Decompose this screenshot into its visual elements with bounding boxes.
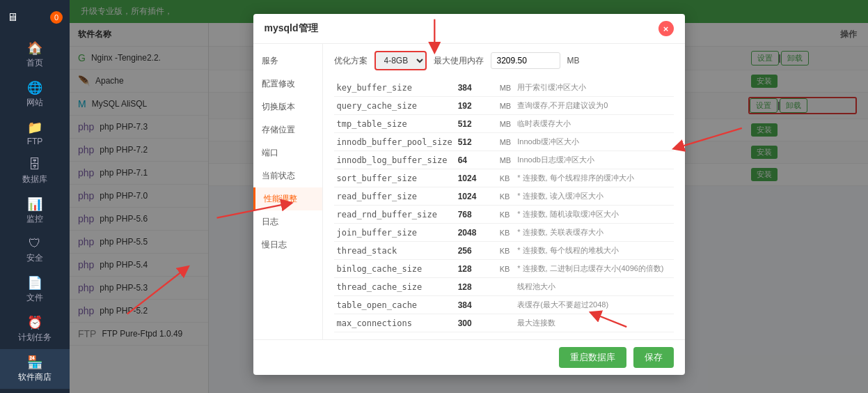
param-key: thread_stack <box>334 242 455 260</box>
sidebar-label-store: 软件商店 <box>18 371 52 383</box>
param-row: tmp_table_size 512 MB 临时表缓存大小 <box>334 115 674 133</box>
sidebar-item-files[interactable]: 📄 文件 <box>0 270 70 309</box>
sidebar-label-security: 安全 <box>26 252 43 264</box>
param-desc: * 连接数, 二进制日志缓存大小(4096的倍数) <box>514 260 673 278</box>
param-table: key_buffer_size 384 MB 用于索引缓冲区大小 query_c… <box>334 79 674 332</box>
save-button[interactable]: 保存 <box>633 347 674 368</box>
sidebar-item-ftp[interactable]: 📁 FTP <box>0 114 70 152</box>
param-value: 256 <box>455 242 497 260</box>
modal-close-button[interactable]: × <box>658 21 674 36</box>
logo-icon: 🖥 <box>7 11 18 24</box>
param-key: read_buffer_size <box>334 187 455 206</box>
param-unit <box>497 278 515 296</box>
max-mem-input[interactable] <box>491 52 560 69</box>
param-value: 768 <box>455 206 497 224</box>
param-desc: 最大连接数 <box>514 314 673 332</box>
param-key: join_buffer_size <box>334 224 455 242</box>
sidebar-item-schedule[interactable]: ⏰ 计划任务 <box>0 309 70 349</box>
sidebar-item-home[interactable]: 🏠 首页 <box>0 35 70 75</box>
svg-line-2 <box>678 128 742 148</box>
files-icon: 📄 <box>27 275 42 291</box>
nav-log[interactable]: 日志 <box>253 210 322 233</box>
optimize-select[interactable]: 4-8GB <box>374 51 427 70</box>
param-row: table_open_cache 384 表缓存(最大不要超过2048) <box>334 296 674 314</box>
param-row: innodb_buffer_pool_size 512 MB Innodb缓冲区… <box>334 133 674 151</box>
max-mem-label: 最大使用内存 <box>434 55 484 67</box>
modal-footer: 重启数据库 保存 <box>253 339 685 375</box>
monitor-icon: 📊 <box>27 196 42 212</box>
param-row: max_connections 300 最大连接数 <box>334 314 674 332</box>
param-unit: MB <box>497 151 515 169</box>
param-row: thread_cache_size 128 线程池大小 <box>334 278 674 296</box>
param-unit: KB <box>497 169 515 187</box>
param-value: 2048 <box>455 224 497 242</box>
param-row: key_buffer_size 384 MB 用于索引缓冲区大小 <box>334 79 674 97</box>
modal-overlay: mysqld管理 × 服务 配置修改 切换版本 存储位置 端口 当前状态 性能调… <box>70 0 868 393</box>
param-unit: KB <box>497 242 515 260</box>
param-key: max_connections <box>334 314 455 332</box>
modal-body: 服务 配置修改 切换版本 存储位置 端口 当前状态 性能调整 日志 慢日志 优化… <box>253 44 685 339</box>
nav-service[interactable]: 服务 <box>253 49 322 72</box>
main-content: 升级专业版，所有插件， 软件名称 G Nginx -Tengine2.2. 🪶 … <box>70 0 868 393</box>
param-desc: * 连接数, 每个线程排序的缓冲大小 <box>514 169 673 187</box>
param-value: 512 <box>455 133 497 151</box>
param-key: key_buffer_size <box>334 79 455 97</box>
param-value: 1024 <box>455 187 497 206</box>
modal-main-content: 优化方案 4-8GB 最大使用内存 MB key_buffer_size 384… <box>323 44 685 339</box>
param-value: 384 <box>455 79 497 97</box>
param-key: tmp_table_size <box>334 115 455 133</box>
optimize-label: 优化方案 <box>334 55 368 67</box>
param-desc: 线程池大小 <box>514 278 673 296</box>
param-value: 384 <box>455 296 497 314</box>
param-desc: * 连接数, 随机读取缓冲区大小 <box>514 206 673 224</box>
param-row: thread_stack 256 KB * 连接数, 每个线程的堆栈大小 <box>334 242 674 260</box>
sidebar-item-monitor[interactable]: 📊 监控 <box>0 191 70 231</box>
nav-port[interactable]: 端口 <box>253 141 322 164</box>
param-value: 64 <box>455 151 497 169</box>
param-row: read_buffer_size 1024 KB * 连接数, 读入缓冲区大小 <box>334 187 674 206</box>
param-key: binlog_cache_size <box>334 260 455 278</box>
param-desc: * 连接数, 每个线程的堆栈大小 <box>514 242 673 260</box>
nav-slowlog[interactable]: 慢日志 <box>253 233 322 256</box>
sidebar-item-website[interactable]: 🌐 网站 <box>0 75 70 114</box>
notification-badge: 0 <box>50 11 63 24</box>
param-unit: MB <box>497 79 515 97</box>
nav-storage[interactable]: 存储位置 <box>253 118 322 141</box>
sidebar-label-ftp: FTP <box>27 137 43 146</box>
param-row: innodb_log_buffer_size 64 MB Innodb日志缓冲区… <box>334 151 674 169</box>
param-value: 512 <box>455 115 497 133</box>
restart-db-button[interactable]: 重启数据库 <box>559 347 626 368</box>
sidebar-item-database[interactable]: 🗄 数据库 <box>0 152 70 191</box>
schedule-icon: ⏰ <box>27 315 42 330</box>
param-value: 128 <box>455 260 497 278</box>
param-key: query_cache_size <box>334 97 455 115</box>
param-key: sort_buffer_size <box>334 169 455 187</box>
store-icon: 🏪 <box>27 355 42 370</box>
sidebar: 🖥 0 🏠 首页 🌐 网站 📁 FTP 🗄 数据库 📊 监控 🛡 安全 📄 文件… <box>0 0 70 393</box>
sidebar-item-settings[interactable]: ⚙ 面板设置 <box>0 389 70 393</box>
nav-performance[interactable]: 性能调整 <box>253 187 322 210</box>
param-unit <box>497 296 515 314</box>
param-desc: 用于索引缓冲区大小 <box>514 79 673 97</box>
param-unit: MB <box>497 133 515 151</box>
param-desc: Innodb日志缓冲区大小 <box>514 151 673 169</box>
modal-title: mysqld管理 <box>265 22 318 35</box>
nav-status[interactable]: 当前状态 <box>253 164 322 187</box>
ftp-icon: 📁 <box>27 120 42 135</box>
param-key: table_open_cache <box>334 296 455 314</box>
param-value: 128 <box>455 278 497 296</box>
param-key: thread_cache_size <box>334 278 455 296</box>
nav-version[interactable]: 切换版本 <box>253 95 322 118</box>
param-row: read_rnd_buffer_size 768 KB * 连接数, 随机读取缓… <box>334 206 674 224</box>
mem-unit: MB <box>567 56 580 66</box>
database-icon: 🗄 <box>29 157 41 172</box>
sidebar-header: 🖥 0 <box>0 7 70 28</box>
sidebar-item-store[interactable]: 🏪 软件商店 <box>0 349 70 389</box>
param-key: innodb_buffer_pool_size <box>334 133 455 151</box>
nav-config[interactable]: 配置修改 <box>253 72 322 95</box>
sidebar-label-schedule: 计划任务 <box>18 332 52 344</box>
param-desc: * 连接数, 读入缓冲区大小 <box>514 187 673 206</box>
sidebar-label-monitor: 监控 <box>26 213 43 225</box>
sidebar-item-security[interactable]: 🛡 安全 <box>0 231 70 270</box>
svg-line-4 <box>127 269 185 314</box>
